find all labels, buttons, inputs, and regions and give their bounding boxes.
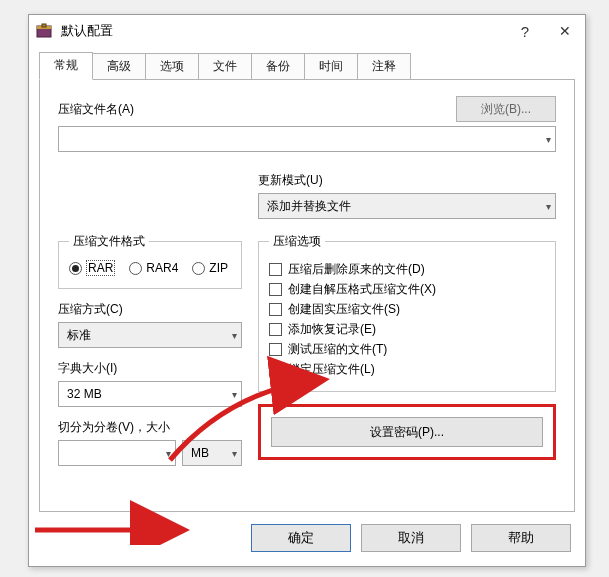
dict-value: 32 MB — [67, 387, 102, 401]
browse-button[interactable]: 浏览(B)... — [456, 96, 556, 122]
opt-test[interactable]: 测试压缩的文件(T) — [269, 341, 545, 358]
split-label: 切分为分卷(V)，大小 — [58, 419, 242, 436]
chevron-down-icon: ▾ — [546, 201, 551, 212]
chevron-down-icon: ▾ — [232, 448, 237, 459]
dict-select[interactable]: 32 MB ▾ — [58, 381, 242, 407]
update-mode-value: 添加并替换文件 — [267, 198, 351, 215]
opt-recovery[interactable]: 添加恢复记录(E) — [269, 321, 545, 338]
format-legend: 压缩文件格式 — [69, 233, 149, 250]
tab-general[interactable]: 常规 — [39, 52, 93, 80]
tab-files[interactable]: 文件 — [198, 53, 252, 80]
opt-sfx[interactable]: 创建自解压格式压缩文件(X) — [269, 281, 545, 298]
options-groupbox: 压缩选项 压缩后删除原来的文件(D) 创建自解压格式压缩文件(X) 创建固实压缩… — [258, 233, 556, 392]
tab-pane-general: 压缩文件名(A) 浏览(B)... ▾ 更新模式(U) 添加并替换文件 ▾ — [39, 79, 575, 512]
left-spacer-upper — [58, 172, 258, 219]
help-dialog-button[interactable]: 帮助 — [471, 524, 571, 552]
dialog-button-row: 确定 取消 帮助 — [39, 512, 575, 556]
checkbox-icon — [269, 323, 282, 336]
tab-time[interactable]: 时间 — [304, 53, 358, 80]
method-value: 标准 — [67, 327, 91, 344]
update-mode-label: 更新模式(U) — [258, 172, 556, 189]
update-mode-select[interactable]: 添加并替换文件 ▾ — [258, 193, 556, 219]
checkbox-icon — [269, 263, 282, 276]
format-groupbox: 压缩文件格式 RAR RAR4 — [58, 233, 242, 289]
set-password-button[interactable]: 设置密码(P)... — [271, 417, 543, 447]
chevron-down-icon: ▾ — [232, 389, 237, 400]
password-highlight-box: 设置密码(P)... — [258, 404, 556, 460]
filename-row: 压缩文件名(A) 浏览(B)... — [58, 96, 556, 122]
filename-combobox[interactable]: ▾ — [58, 126, 556, 152]
app-icon — [35, 22, 53, 40]
radio-icon — [129, 262, 142, 275]
default-profile-dialog: 默认配置 ? ✕ 常规 高级 选项 文件 备份 时间 注释 压缩文件名(A) 浏… — [28, 14, 586, 567]
tab-comment[interactable]: 注释 — [357, 53, 411, 80]
options-legend: 压缩选项 — [269, 233, 325, 250]
checkbox-icon — [269, 363, 282, 376]
checkbox-icon — [269, 283, 282, 296]
chevron-down-icon: ▾ — [546, 134, 551, 145]
close-button[interactable]: ✕ — [545, 15, 585, 47]
tab-strip: 常规 高级 选项 文件 备份 时间 注释 — [39, 53, 575, 79]
svg-rect-2 — [42, 24, 46, 27]
ok-button[interactable]: 确定 — [251, 524, 351, 552]
titlebar: 默认配置 ? ✕ — [29, 15, 585, 47]
tab-advanced[interactable]: 高级 — [92, 53, 146, 80]
method-label: 压缩方式(C) — [58, 301, 242, 318]
filename-label: 压缩文件名(A) — [58, 101, 446, 118]
opt-lock[interactable]: 锁定压缩文件(L) — [269, 361, 545, 378]
checkbox-icon — [269, 303, 282, 316]
dict-label: 字典大小(I) — [58, 360, 242, 377]
radio-icon — [69, 262, 82, 275]
format-radio-zip[interactable]: ZIP — [192, 261, 228, 275]
split-unit-select[interactable]: MB ▾ — [182, 440, 242, 466]
split-size-combobox[interactable]: ▾ — [58, 440, 176, 466]
chevron-down-icon: ▾ — [232, 330, 237, 341]
radio-icon — [192, 262, 205, 275]
method-select[interactable]: 标准 ▾ — [58, 322, 242, 348]
split-unit-value: MB — [191, 446, 209, 460]
format-radio-rar[interactable]: RAR — [69, 260, 115, 276]
client-area: 常规 高级 选项 文件 备份 时间 注释 压缩文件名(A) 浏览(B)... ▾ — [29, 47, 585, 566]
tab-options[interactable]: 选项 — [145, 53, 199, 80]
cancel-button[interactable]: 取消 — [361, 524, 461, 552]
chevron-down-icon: ▾ — [166, 448, 171, 459]
help-button[interactable]: ? — [505, 15, 545, 47]
tab-backup[interactable]: 备份 — [251, 53, 305, 80]
window-title: 默认配置 — [61, 22, 505, 40]
opt-solid[interactable]: 创建固实压缩文件(S) — [269, 301, 545, 318]
checkbox-icon — [269, 343, 282, 356]
format-radio-rar4[interactable]: RAR4 — [129, 261, 178, 275]
opt-delete-after[interactable]: 压缩后删除原来的文件(D) — [269, 261, 545, 278]
